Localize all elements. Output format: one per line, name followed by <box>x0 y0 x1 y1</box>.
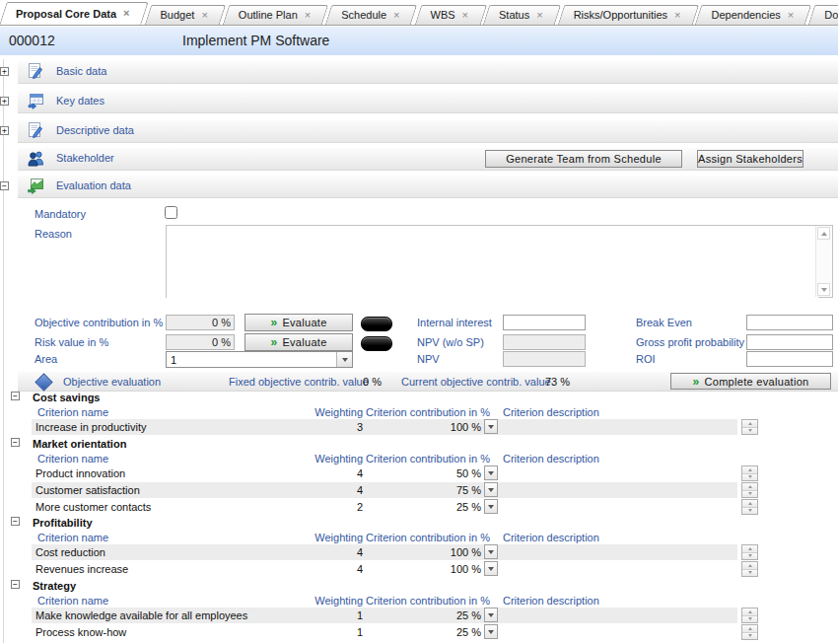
close-icon[interactable]: × <box>305 10 311 21</box>
quantity-stepper[interactable] <box>741 608 758 623</box>
close-icon[interactable]: × <box>536 10 542 21</box>
chevron-down-icon[interactable] <box>484 465 498 480</box>
quantity-stepper[interactable] <box>741 465 758 481</box>
step-down-icon[interactable] <box>742 491 757 498</box>
page-title: Implement PM Software <box>182 33 329 48</box>
quantity-stepper[interactable] <box>741 561 758 577</box>
step-up-icon[interactable] <box>742 466 757 474</box>
tab-wbs[interactable]: WBS× <box>418 5 484 25</box>
roi-field[interactable] <box>746 351 833 367</box>
tab-dependencies[interactable]: Dependencies× <box>698 5 808 25</box>
evaluate-objective-button[interactable]: »Evaluate <box>244 314 353 331</box>
section-key-dates[interactable]: Key dates <box>18 91 838 113</box>
chevron-down-icon[interactable] <box>484 561 498 576</box>
chevron-down-icon[interactable] <box>336 352 352 367</box>
quantity-stepper[interactable] <box>741 624 758 640</box>
tab-risks-opportunities[interactable]: Risks/Opportunities× <box>561 5 696 25</box>
calculation-icon[interactable] <box>361 336 392 351</box>
npv-wo-sp-field[interactable] <box>503 334 586 350</box>
reason-textarea[interactable] <box>167 226 818 299</box>
quantity-stepper[interactable] <box>741 499 758 515</box>
reason-scrollbar[interactable] <box>815 226 832 297</box>
internal-interest-field[interactable] <box>503 315 586 330</box>
criterion-weighting: 3 <box>269 421 363 433</box>
step-up-icon[interactable] <box>742 500 757 508</box>
expand-icon-descriptive-data[interactable]: + <box>0 126 9 135</box>
table-row[interactable]: More customer contacts 2 25 % <box>0 499 838 515</box>
table-row[interactable]: Make knowledge available for all employe… <box>0 608 838 623</box>
step-down-icon[interactable] <box>742 508 757 515</box>
step-down-icon[interactable] <box>742 428 757 435</box>
step-down-icon[interactable] <box>742 616 757 623</box>
collapse-icon[interactable]: − <box>11 392 20 400</box>
collapse-icon-evaluation-data[interactable]: − <box>0 181 9 190</box>
close-icon[interactable]: × <box>123 8 129 19</box>
table-row[interactable]: Customer satisfaction 4 75 % <box>0 482 838 498</box>
collapse-icon[interactable]: − <box>11 517 20 526</box>
section-stakeholder[interactable]: Stakeholder Generate Team from Schedule … <box>18 148 838 171</box>
table-row[interactable]: Product innovation 4 50 % <box>0 465 838 481</box>
tab-status[interactable]: Status× <box>486 5 558 25</box>
close-icon[interactable]: × <box>201 10 207 21</box>
step-up-icon[interactable] <box>742 420 757 428</box>
evaluate-risk-button[interactable]: »Evaluate <box>244 333 353 351</box>
scroll-down-icon[interactable] <box>817 283 830 296</box>
chevron-down-icon[interactable] <box>484 544 498 559</box>
expand-icon-basic-data[interactable]: + <box>0 67 9 76</box>
chevron-down-icon[interactable] <box>484 482 498 497</box>
tab-schedule[interactable]: Schedule× <box>328 5 414 25</box>
chevron-down-icon[interactable] <box>484 419 498 434</box>
assign-stakeholders-button[interactable]: Assign Stakeholders <box>697 150 803 168</box>
close-icon[interactable]: × <box>462 10 468 21</box>
step-up-icon[interactable] <box>742 545 757 553</box>
collapse-icon[interactable]: − <box>11 580 20 589</box>
gross-profit-probability-field[interactable] <box>746 334 833 350</box>
chevron-down-icon[interactable] <box>484 499 498 514</box>
npv-field[interactable] <box>503 351 586 367</box>
collapse-icon[interactable]: − <box>11 438 20 447</box>
tab-label: Schedule <box>341 9 386 21</box>
tab-documents[interactable]: Documents× <box>811 5 838 25</box>
quantity-stepper[interactable] <box>741 419 758 435</box>
close-icon[interactable]: × <box>788 10 794 21</box>
tab-outline-plan[interactable]: Outline Plan× <box>226 5 325 25</box>
objective-contribution-field[interactable] <box>166 315 235 330</box>
table-row[interactable]: Process know-how 1 25 % <box>0 624 838 640</box>
expand-icon-key-dates[interactable]: + <box>0 97 9 106</box>
step-down-icon[interactable] <box>742 570 757 577</box>
chevron-down-icon[interactable] <box>484 624 498 639</box>
calculation-icon[interactable] <box>361 317 392 331</box>
step-up-icon[interactable] <box>742 483 757 491</box>
criterion-contribution: 25 % <box>373 501 481 513</box>
area-select[interactable]: 1 <box>166 351 353 368</box>
break-even-label: Break Even <box>636 317 692 328</box>
section-basic-data[interactable]: Basic data <box>18 61 838 84</box>
step-up-icon[interactable] <box>742 625 757 633</box>
scroll-up-icon[interactable] <box>817 227 830 240</box>
criterion-name: Product innovation <box>35 467 125 479</box>
close-icon[interactable]: × <box>393 10 399 21</box>
generate-team-from-schedule-button[interactable]: Generate Team from Schedule <box>485 150 682 168</box>
section-descriptive-data[interactable]: Descriptive data <box>18 120 838 143</box>
table-row[interactable]: Revenues increase 4 100 % <box>0 561 838 577</box>
quantity-stepper[interactable] <box>741 544 758 560</box>
break-even-field[interactable] <box>746 315 833 330</box>
table-row[interactable]: Cost reduction 4 100 % <box>0 544 838 560</box>
mandatory-checkbox[interactable] <box>165 206 177 219</box>
step-up-icon[interactable] <box>742 608 757 616</box>
table-row[interactable]: Increase in productivity 3 100 % <box>0 419 838 435</box>
quantity-stepper[interactable] <box>741 482 758 498</box>
tab-budget[interactable]: Budget× <box>148 5 223 25</box>
complete-evaluation-button[interactable]: »Complete evaluation <box>670 373 831 390</box>
criterion-weighting: 4 <box>269 546 363 558</box>
section-evaluation-data[interactable]: Evaluation data <box>18 176 838 198</box>
step-down-icon[interactable] <box>742 633 757 640</box>
step-up-icon[interactable] <box>742 562 757 570</box>
risk-value-field[interactable] <box>166 334 235 350</box>
close-icon[interactable]: × <box>674 10 680 21</box>
step-down-icon[interactable] <box>742 553 757 560</box>
step-down-icon[interactable] <box>742 474 757 481</box>
chevron-down-icon[interactable] <box>484 608 498 622</box>
tab-bar: Proposal Core Data× Budget× Outline Plan… <box>0 0 838 26</box>
tab-proposal-core-data[interactable]: Proposal Core Data× <box>3 2 145 25</box>
